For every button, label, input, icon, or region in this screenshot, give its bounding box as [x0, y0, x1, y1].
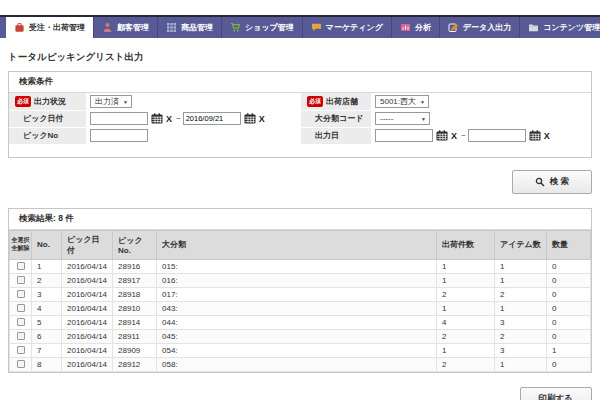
search-form: 必須出力状況 出力済▼ 必須出荷店舗 5001:西大▼ ピック日付 [9, 93, 591, 145]
chevron-down-icon: ▼ [420, 99, 425, 105]
required-badge: 必須 [307, 96, 323, 107]
table-row: 1 2016/04/14 28916 015: 1 1 0 [10, 259, 591, 273]
clear-date-icon[interactable]: X [259, 114, 265, 124]
tab-data-io[interactable]: データ入出力 [440, 17, 520, 38]
table-row: 6 2016/04/14 28911 045: 2 2 0 [10, 329, 591, 343]
calendar-icon[interactable] [436, 130, 448, 141]
analysis-chart-icon [400, 22, 411, 33]
tab-analysis[interactable]: 分析 [392, 17, 440, 38]
row-checkbox[interactable] [17, 276, 25, 284]
row-checkbox[interactable] [17, 360, 25, 368]
tab-label: コンテンツ管理 [543, 22, 600, 33]
required-badge: 必須 [15, 96, 31, 107]
results-table: 全選択全解除 No. ピック日付 ピックNo. 大分類 出荷件数 アイテム数 数… [9, 230, 591, 372]
shipping-store-label: 必須出荷店舗 [301, 93, 371, 110]
row-checkbox[interactable] [17, 346, 25, 354]
tab-product[interactable]: 商品管理 [158, 17, 222, 38]
pick-date-to-input[interactable] [183, 112, 241, 125]
table-row: 5 2016/04/14 28914 044: 4 3 0 [10, 315, 591, 329]
results-table-body: 1 2016/04/14 28916 015: 1 1 0 2 2016/04/… [10, 259, 591, 371]
tab-marketing[interactable]: マーケティング [303, 17, 392, 38]
clear-date-icon[interactable]: X [544, 131, 550, 141]
row-checkbox[interactable] [17, 304, 25, 312]
page-title: トータルピッキングリスト出力 [8, 51, 592, 64]
tab-order-shipping[interactable]: 受注・出荷管理 [6, 17, 94, 38]
tab-label: 分析 [415, 22, 431, 33]
tab-label: データ入出力 [463, 22, 511, 33]
chevron-down-icon: ▼ [421, 116, 426, 122]
output-status-label: 必須出力状況 [9, 93, 86, 110]
col-header-pick-no: ピックNo. [113, 230, 157, 259]
clear-date-icon[interactable]: X [166, 114, 172, 124]
pick-no-input[interactable] [90, 129, 148, 142]
tab-shop[interactable]: ショップ管理 [222, 17, 303, 38]
main-nav: 受注・出荷管理 顧客管理 商品管理 ショップ管理 マーケティング 分析 デー [0, 15, 600, 38]
table-row: 7 2016/04/14 28909 054: 1 3 1 [10, 343, 591, 357]
col-header-pick-date: ピック日付 [62, 230, 113, 259]
pick-date-from-input[interactable] [90, 112, 148, 125]
shipping-store-select[interactable]: 5001:西大▼ [375, 95, 429, 108]
tab-label: 商品管理 [181, 22, 213, 33]
table-row: 8 2016/04/14 28912 058: 2 1 0 [10, 357, 591, 371]
table-header-row: 全選択全解除 No. ピック日付 ピックNo. 大分類 出荷件数 アイテム数 数… [10, 230, 591, 259]
product-grid-icon [166, 22, 177, 33]
chevron-down-icon: ▼ [123, 99, 128, 105]
calendar-icon[interactable] [529, 130, 541, 141]
search-panel: 検索条件 必須出力状況 出力済▼ 必須出荷店舗 5001:西大▼ ピック日付 [8, 71, 592, 158]
col-header-qty: 数量 [547, 230, 591, 259]
tab-label: マーケティング [326, 22, 383, 33]
output-date-to-input[interactable] [468, 129, 526, 142]
search-panel-title: 検索条件 [9, 72, 591, 93]
marketing-bubble-icon [311, 22, 322, 33]
pick-no-label: ピックNo [9, 127, 86, 144]
calendar-icon[interactable] [244, 113, 256, 124]
tab-label: ショップ管理 [245, 22, 294, 33]
tab-content[interactable]: コンテンツ管理 [520, 17, 600, 38]
table-row: 2 2016/04/14 28917 016: 1 1 0 [10, 273, 591, 287]
output-date-from-input[interactable] [375, 129, 433, 142]
category-code-label: 大分類コード [301, 110, 371, 127]
print-button[interactable]: 印刷する [520, 387, 592, 400]
tab-customer[interactable]: 顧客管理 [94, 17, 158, 38]
col-header-category: 大分類 [157, 230, 437, 259]
col-header-ship-count: 出荷件数 [437, 230, 495, 259]
pick-date-label: ピック日付 [9, 110, 86, 127]
clear-date-icon[interactable]: X [451, 131, 457, 141]
results-panel: 検索結果: 8 件 全選択全解除 No. ピック日付 ピックNo. 大分類 出荷… [8, 208, 592, 373]
range-separator: ~ [176, 114, 181, 123]
search-button[interactable]: 検 索 [512, 170, 592, 194]
calendar-icon[interactable] [151, 113, 163, 124]
tab-label: 顧客管理 [117, 22, 149, 33]
row-checkbox[interactable] [17, 332, 25, 340]
col-header-item-count: アイテム数 [495, 230, 547, 259]
orders-icon [14, 22, 25, 33]
table-row: 4 2016/04/14 28910 043: 1 1 0 [10, 301, 591, 315]
col-header-no: No. [32, 230, 62, 259]
row-checkbox[interactable] [17, 318, 25, 326]
row-checkbox[interactable] [17, 262, 25, 270]
tab-label: 受注・出荷管理 [29, 22, 85, 33]
results-summary: 検索結果: 8 件 [9, 209, 591, 230]
data-io-pencil-icon [448, 22, 459, 33]
content-folder-icon [528, 22, 539, 33]
customer-icon [102, 22, 113, 33]
output-date-label: 出力日 [301, 127, 371, 144]
table-row: 3 2016/04/14 28918 017: 2 2 0 [10, 287, 591, 301]
category-code-select[interactable]: -----▼ [375, 112, 430, 125]
row-checkbox[interactable] [17, 290, 25, 298]
output-status-select[interactable]: 出力済▼ [90, 95, 132, 108]
select-all-header[interactable]: 全選択全解除 [10, 230, 32, 259]
range-separator: ~ [461, 131, 466, 140]
shop-cart-icon [230, 22, 241, 33]
search-icon [535, 177, 545, 187]
